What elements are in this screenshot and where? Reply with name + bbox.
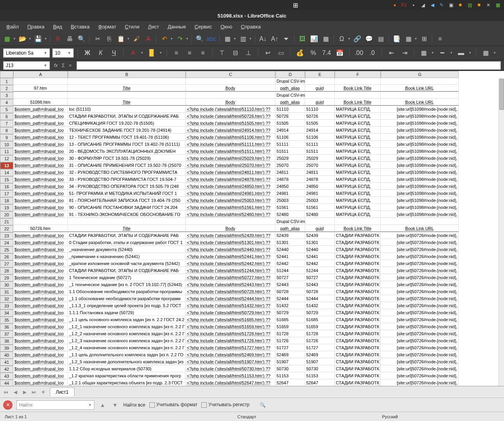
- row-header[interactable]: 24: [0, 239, 13, 246]
- cell[interactable]: СТАДИИ РАЗРАБОТК: [335, 281, 381, 288]
- border-color-icon[interactable]: ▬: [456, 48, 467, 58]
- cell[interactable]: <?php include ('sites/all/html/51907.htm…: [186, 359, 275, 365]
- cell[interactable]: 24811: [275, 169, 305, 176]
- cell[interactable]: $system_path=drupal_loo: [13, 324, 68, 330]
- cell[interactable]: 50730: [275, 366, 305, 372]
- row-header[interactable]: 11: [0, 148, 13, 155]
- cell[interactable]: <?php include ('sites/all/html/51110.htm…: [186, 106, 275, 113]
- cell[interactable]: 50728: [305, 288, 335, 295]
- cell[interactable]: СТАДИИ РАЗРАБОТК: [335, 324, 381, 330]
- cell[interactable]: <?php include ('sites/all/html/24981.htm…: [186, 190, 275, 197]
- cell[interactable]: 51110: [275, 106, 305, 113]
- cell[interactable]: $system_path=drupal_loo: [13, 380, 68, 386]
- cell[interactable]: [site:url]51098#node-[node:nid],: [381, 141, 459, 148]
- row-header[interactable]: 12: [0, 155, 13, 162]
- cell[interactable]: 51110: [305, 106, 335, 113]
- cell[interactable]: [site:url]51098#node-[node:nid],: [381, 162, 459, 169]
- row-header[interactable]: 3: [0, 92, 13, 99]
- new-dropdown-icon[interactable]: ▼: [12, 34, 16, 44]
- cell[interactable]: $system_path=drupal_loo: [13, 317, 68, 323]
- row-header[interactable]: 22: [0, 225, 13, 232]
- cell[interactable]: [186, 218, 275, 225]
- cell[interactable]: 52480: [275, 211, 305, 218]
- column-header[interactable]: C: [186, 71, 275, 78]
- row-header[interactable]: 43: [0, 373, 13, 380]
- cell[interactable]: <?php include ('sites/all/html/51659.htm…: [186, 324, 275, 330]
- cell[interactable]: 52442: [305, 260, 335, 267]
- cell[interactable]: 52441: [305, 253, 335, 260]
- cell[interactable]: <?php include ('sites/all/html/51685.htm…: [186, 317, 275, 323]
- cell[interactable]: 52442: [275, 260, 305, 267]
- cell[interactable]: $system_path=drupal_loo: [13, 169, 68, 176]
- editor-icon[interactable]: ✎: [438, 2, 445, 8]
- row-header[interactable]: 38: [0, 338, 13, 345]
- cell[interactable]: 24878: [275, 176, 305, 183]
- bold-icon[interactable]: Ж: [82, 48, 93, 58]
- cell[interactable]: [site:url]50726#node-[node:nid],: [381, 310, 459, 316]
- cell[interactable]: 24878: [305, 176, 335, 183]
- cell[interactable]: [site:url]50726#node-[node:nid],: [381, 317, 459, 323]
- cell[interactable]: 51153: [275, 373, 305, 379]
- cell[interactable]: 52469: [305, 352, 335, 358]
- underline-icon[interactable]: Ч: [108, 48, 119, 58]
- paste-icon[interactable]: 📋: [115, 34, 126, 44]
- header-cell[interactable]: 51098.htm: [13, 99, 68, 106]
- merge-icon[interactable]: ▭: [275, 48, 286, 58]
- cell[interactable]: $system_path=drupal_loo: [13, 352, 68, 358]
- row-header[interactable]: 7: [0, 120, 13, 127]
- cell[interactable]: 51153: [305, 373, 335, 379]
- cell[interactable]: [68, 78, 186, 85]
- cell[interactable]: 50727: [305, 274, 335, 281]
- cell[interactable]: <?php include ('sites/all/html/51244.htm…: [186, 267, 275, 274]
- undo-icon[interactable]: ↶: [159, 34, 170, 44]
- header-cell[interactable]: Book Link URL: [381, 85, 459, 92]
- cell[interactable]: 51111: [275, 141, 305, 148]
- cell[interactable]: 25003: [275, 197, 305, 204]
- sheet-tab[interactable]: Лист1: [50, 387, 75, 396]
- cell[interactable]: Drupal CSV-import: [275, 78, 305, 85]
- row-header[interactable]: 36: [0, 324, 13, 331]
- cell[interactable]: [335, 92, 381, 99]
- gear-orange-icon[interactable]: ✹: [457, 2, 463, 8]
- header-footer-icon[interactable]: ▤: [375, 34, 386, 44]
- cell[interactable]: $system_path=drupal_loo: [13, 211, 68, 218]
- cell[interactable]: 52439: [275, 232, 305, 239]
- cell[interactable]: _1.1 цель основного комплекса задач [из …: [68, 317, 186, 323]
- cell[interactable]: <?php include ('sites/all/html/51111.htm…: [186, 141, 275, 148]
- cell[interactable]: <?php include ('sites/all/html/52647.htm…: [186, 380, 275, 386]
- cell[interactable]: СТАДИИ РАЗРАБОТК: [335, 274, 381, 281]
- cell[interactable]: 52443: [275, 281, 305, 288]
- cell[interactable]: МАТРИЦА ЕСПД,: [335, 190, 381, 197]
- find-prev-icon[interactable]: ▲: [98, 401, 107, 409]
- define-print-icon[interactable]: 📑: [391, 34, 402, 44]
- cell[interactable]: <?php include ('sites/all/html/24878.htm…: [186, 176, 275, 183]
- gear2-icon[interactable]: ✹: [476, 2, 482, 8]
- row-header[interactable]: 34: [0, 310, 13, 317]
- pivot-icon[interactable]: ▦: [320, 34, 331, 44]
- cell[interactable]: <?php include ('sites/all/html/51153.htm…: [186, 373, 275, 379]
- cell[interactable]: 52469: [275, 352, 305, 358]
- cell[interactable]: [site:url]50726#node-[node:nid],: [381, 281, 459, 288]
- prev-sheet-icon[interactable]: ◀: [11, 388, 20, 396]
- cell[interactable]: 91 - ТЕХНИКО-ЭКОНОМИЧЕСКОЕ ОБОСНОВАНИЕ Г…: [68, 211, 186, 218]
- cell[interactable]: СТАДИИ РАЗРАБОТК: [335, 246, 381, 253]
- options-icon[interactable]: ≡: [435, 34, 445, 44]
- menu-окно[interactable]: Окно: [217, 22, 236, 31]
- header-cell[interactable]: path_alias: [275, 85, 305, 92]
- cell[interactable]: $system_path=drupal_loo: [13, 190, 68, 197]
- add-decimal-icon[interactable]: .00: [353, 48, 364, 58]
- cell[interactable]: СТАДИИ РАЗРАБОТК: [335, 331, 381, 337]
- cell[interactable]: _1.2_4 назначение основного комплекса за…: [68, 345, 186, 351]
- row-header[interactable]: 40: [0, 352, 13, 359]
- row-icon[interactable]: ▦: [222, 34, 233, 44]
- cell[interactable]: 51432: [275, 302, 305, 309]
- match-format-checkbox[interactable]: Учитывать формат: [149, 402, 198, 408]
- cell[interactable]: <?php include ('sites/all/html/25029.htm…: [186, 155, 275, 162]
- cell[interactable]: [site:url]50726#node-[node:nid],: [381, 288, 459, 295]
- cell[interactable]: <?php include ('sites/all/html/50729.htm…: [186, 310, 275, 316]
- char-dropdown-icon[interactable]: ▼: [347, 34, 351, 44]
- add-sheet-icon[interactable]: +: [39, 389, 48, 396]
- cell[interactable]: МАТРИЦА ЕСПД,: [335, 176, 381, 183]
- cell[interactable]: 12 - ТЕКСТ ПРОГРАММЫ ГОСТ 19.401-78 (511…: [68, 134, 186, 141]
- cell[interactable]: СПЕЦИФИКАЦИЯ ГОСТ 19.202-78 (51505): [68, 120, 186, 127]
